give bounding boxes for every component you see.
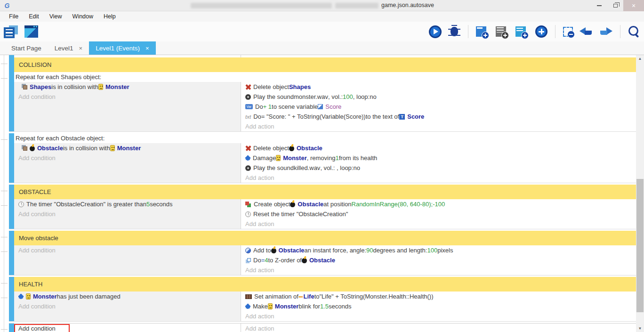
action-row[interactable]: Do = "Score: " + ToString(Variable(Score…	[241, 112, 636, 121]
events-sheet: COLLISIONRepeat for each Shapes object:S…	[0, 55, 644, 332]
event-block: Monster has just been damagedAdd conditi…	[9, 292, 636, 322]
group-label[interactable]: HEALTH	[14, 277, 636, 292]
action-row[interactable]: Set animation of Life to "Life" + ToStri…	[241, 292, 636, 301]
add-action-text: Add action	[245, 174, 274, 181]
action-row[interactable]: Play the sound monster.wav, vol.: 100, l…	[241, 92, 636, 102]
row-text: Monster	[33, 293, 57, 300]
conditions-column: The timer "ObstacleCreation" is greater …	[14, 199, 241, 229]
action-row[interactable]: Add to Obstacle an instant force, angle:…	[241, 245, 636, 255]
event-accent-bar	[9, 72, 14, 131]
event-body: HEALTH	[14, 277, 636, 292]
action-row[interactable]: Make Monster blink for 1.5 seconds	[241, 301, 636, 311]
event-accent-bar	[9, 185, 14, 199]
condition-row[interactable]: Obstacle is in collision with Monster	[14, 143, 241, 153]
menu-window[interactable]: Window	[67, 12, 98, 21]
condition-row[interactable]: Monster has just been damaged	[14, 292, 241, 301]
row-text: Obstacle	[37, 145, 63, 152]
group-label-text: COLLISION	[19, 61, 51, 68]
add-action-button[interactable]: Add action	[241, 219, 636, 229]
create-icon	[245, 202, 249, 205]
repeat-text: Repeat for each Shapes object:	[16, 73, 101, 81]
menu-help[interactable]: Help	[98, 12, 121, 21]
add-condition-button[interactable]: Add condition	[14, 245, 241, 255]
gdevelop-logo-icon: G	[3, 1, 11, 10]
scroll-down-arrow-icon[interactable]: ▼	[636, 325, 644, 332]
row-text: , loop:	[353, 93, 370, 100]
action-row[interactable]: Do + 1 to scene variable Score	[241, 102, 636, 112]
group-label[interactable]: COLLISION	[14, 57, 636, 72]
repeat-header[interactable]: Repeat for each Obstacle object:	[14, 133, 636, 143]
add-subevent-icon[interactable]	[515, 26, 526, 37]
tab-level1-events-[interactable]: Level1 (Events)×	[89, 41, 155, 55]
add-condition-button[interactable]: Add condition	[14, 92, 241, 102]
row-text: Add to	[253, 247, 271, 254]
row-text: from its health	[339, 154, 378, 162]
row-text: no	[353, 164, 360, 171]
add-condition-button[interactable]: Add condition	[14, 153, 241, 163]
add-action-button[interactable]: Add action	[241, 311, 636, 321]
add-event-icon[interactable]	[476, 26, 486, 37]
row-text: monster.wav	[294, 93, 328, 100]
close-button[interactable]: ×	[623, 0, 644, 11]
timer-icon	[245, 211, 251, 217]
delete-selection-icon[interactable]	[563, 27, 573, 37]
add-action-text: Add action	[245, 220, 274, 227]
add-comment-icon[interactable]	[496, 26, 506, 37]
add-condition-button[interactable]: Add condition	[14, 324, 241, 332]
row-text: Obstacle	[279, 247, 305, 254]
tab-start-page[interactable]: Start Page	[5, 41, 48, 55]
add-condition-text: Add condition	[18, 247, 56, 254]
condition-row[interactable]: Shapes is in collision with Monster	[14, 82, 241, 92]
scroll-up-arrow-icon[interactable]: ▲	[636, 55, 644, 62]
action-row[interactable]: Damage Monster, removing 1 from its heal…	[241, 153, 636, 163]
group-label[interactable]: Move obstacle	[14, 231, 636, 245]
event-accent-bar	[9, 292, 14, 321]
search-icon[interactable]	[628, 25, 640, 38]
tab-close-icon[interactable]: ×	[79, 45, 83, 52]
tab-label: Level1 (Events)	[96, 45, 140, 52]
event-accent-bar	[9, 324, 14, 332]
gutter-tick	[1, 191, 8, 191]
action-row[interactable]: Play the sound killed.wav, vol.: , loop:…	[241, 163, 636, 173]
action-row[interactable]: Create object Obstacle at position Rando…	[241, 199, 636, 209]
project-manager-icon[interactable]	[4, 25, 18, 38]
add-condition-text: Add condition	[18, 93, 56, 100]
add-condition-button[interactable]: Add condition	[14, 209, 241, 219]
row-text: Play the sound	[253, 164, 294, 171]
menu-edit[interactable]: Edit	[24, 12, 44, 21]
vertical-scrollbar[interactable]: ▲ ▼	[636, 55, 644, 332]
scrollbar-thumb[interactable]	[636, 179, 644, 312]
menu-file[interactable]: File	[4, 12, 24, 21]
action-row[interactable]: Delete object Shapes	[241, 82, 636, 92]
group-label[interactable]: OBSTACLE	[14, 185, 636, 199]
play-icon[interactable]	[429, 25, 442, 38]
redo-icon[interactable]	[599, 26, 612, 37]
add-condition-text: Add condition	[18, 154, 56, 162]
repeat-header[interactable]: Repeat for each Shapes object:	[14, 72, 636, 82]
condition-row[interactable]: The timer "ObstacleCreation" is greater …	[14, 199, 241, 209]
action-row[interactable]: Do = 4 to Z-order of Obstacle	[241, 255, 636, 265]
scene-editor-icon[interactable]	[24, 25, 38, 38]
add-action-button[interactable]: Add action	[241, 173, 636, 183]
tab-close-icon[interactable]: ×	[145, 45, 149, 52]
event-body: Add conditionAdd to Obstacle an instant …	[14, 245, 636, 275]
restore-button[interactable]	[607, 0, 623, 11]
undo-icon[interactable]	[580, 26, 593, 37]
tab-level1[interactable]: Level1×	[48, 41, 89, 55]
add-action-button[interactable]: Add action	[241, 121, 636, 131]
add-action-text: Add action	[245, 325, 274, 332]
menu-view[interactable]: View	[44, 12, 67, 21]
row-text: Monster	[275, 303, 299, 310]
monster-icon	[268, 303, 273, 309]
event-body: Monster has just been damagedAdd conditi…	[14, 292, 636, 321]
action-row[interactable]: Reset the timer "ObstacleCreation"	[241, 209, 636, 219]
add-condition-button[interactable]: Add condition	[14, 301, 241, 311]
add-action-button[interactable]: Add action	[241, 324, 636, 332]
row-text: to Z-order of	[268, 257, 302, 264]
minimize-button[interactable]	[591, 0, 607, 11]
gutter-tick	[1, 329, 8, 330]
add-circle-icon[interactable]	[535, 25, 547, 38]
debug-icon[interactable]	[451, 27, 458, 36]
action-row[interactable]: Delete object Obstacle	[241, 143, 636, 153]
add-action-button[interactable]: Add action	[241, 265, 636, 275]
